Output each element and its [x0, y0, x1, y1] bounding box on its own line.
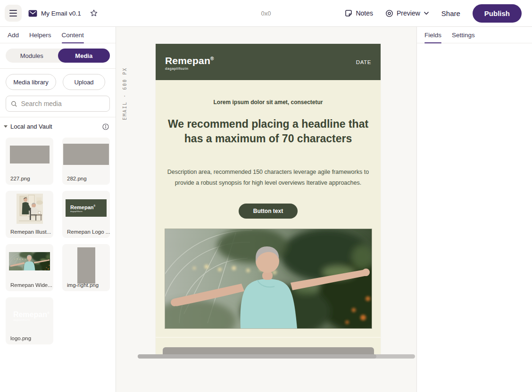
email-body: Lorem ipsum dolor sit amet, consectetur … [156, 80, 381, 354]
search-media-input[interactable] [21, 100, 105, 107]
right-sidebar-tabs: Fields Settings [417, 27, 532, 43]
email-headline[interactable]: We recommend placing a headline that has… [166, 117, 370, 146]
image-placeholder-thumbnail [77, 247, 95, 284]
topbar: My Email v0.1 0x0 Notes Preview Share Pu… [0, 0, 532, 27]
media-grid: 227.png 282.png Remepan Illust... Remepa… [0, 133, 116, 349]
email-cta-button[interactable]: Button text [239, 204, 298, 219]
toggle-media[interactable]: Media [58, 49, 110, 63]
email-header-block[interactable]: Remepan® dagapliflozin DATE [156, 44, 381, 80]
notes-button[interactable]: Notes [345, 9, 373, 17]
media-card-logo-png[interactable]: Remepan® dagapliflozin logo.png [6, 297, 53, 344]
illustration-thumbnail [17, 194, 43, 224]
email-next-image-placeholder[interactable] [163, 347, 374, 354]
email-width-ruler-label: EMAIL · 600 PX [122, 45, 127, 120]
left-sidebar: Add Helpers Content Modules Media Media … [0, 27, 116, 392]
email-description[interactable]: Description area, recommended 150 charac… [162, 167, 375, 188]
chevron-down-icon [424, 11, 429, 15]
favorite-star-icon[interactable] [90, 9, 98, 17]
media-card-remepan-wide[interactable]: Remepan Wide... [6, 244, 53, 291]
left-sidebar-tabs: Add Helpers Content [0, 27, 116, 43]
horizontal-scrollbar[interactable] [138, 354, 415, 359]
hamburger-menu-button[interactable] [5, 5, 22, 22]
media-card-remepan-logo[interactable]: Remepan® dagapliflozin Remepan Logo ... [62, 191, 110, 238]
info-icon[interactable] [102, 123, 109, 130]
toggle-modules[interactable]: Modules [6, 49, 58, 63]
logo-thumbnail: Remepan® dagapliflozin [66, 199, 107, 217]
content-mode-toggle: Modules Media [6, 49, 110, 63]
media-search [6, 96, 110, 112]
preview-button[interactable]: Preview [385, 9, 429, 17]
publish-button[interactable]: Publish [473, 4, 522, 23]
date-placeholder: DATE [356, 59, 371, 65]
image-placeholder-thumbnail [10, 146, 50, 163]
upload-button[interactable]: Upload [63, 74, 105, 90]
document-title: My Email v0.1 [41, 10, 81, 17]
tab-content[interactable]: Content [62, 27, 84, 43]
brand-logo: Remepan® dagapliflozin [165, 54, 214, 71]
tab-fields[interactable]: Fields [424, 27, 441, 43]
media-card-227[interactable]: 227.png [6, 138, 53, 185]
tab-add[interactable]: Add [8, 27, 19, 43]
photo-thumbnail [9, 252, 50, 270]
tab-helpers[interactable]: Helpers [29, 27, 51, 43]
email-preview: Remepan® dagapliflozin DATE Lorem ipsum … [156, 44, 381, 354]
image-placeholder-thumbnail [63, 144, 109, 165]
right-sidebar: Fields Settings [416, 27, 532, 392]
email-type-icon [28, 10, 37, 17]
media-library-button[interactable]: Media library [6, 74, 56, 90]
media-card-282[interactable]: 282.png [62, 138, 110, 185]
collapse-caret-icon[interactable] [4, 125, 8, 128]
section-separator [156, 337, 381, 338]
search-icon [11, 100, 17, 107]
section-title: Local and Vault [10, 123, 52, 130]
preview-eye-icon [385, 9, 393, 17]
note-icon [345, 9, 352, 17]
share-button[interactable]: Share [441, 9, 460, 17]
media-card-img-right[interactable]: img-right.png [62, 244, 110, 291]
scrollbar-thumb[interactable] [138, 354, 376, 359]
tab-settings[interactable]: Settings [452, 27, 475, 43]
email-canvas: EMAIL · 600 PX Remepan® dagapliflozin DA… [116, 27, 416, 392]
email-hero-image[interactable] [165, 229, 372, 328]
media-card-remepan-illustration[interactable]: Remepan Illust... [6, 191, 53, 238]
email-eyebrow-text[interactable]: Lorem ipsum dolor sit amet, consectetur [156, 80, 381, 106]
